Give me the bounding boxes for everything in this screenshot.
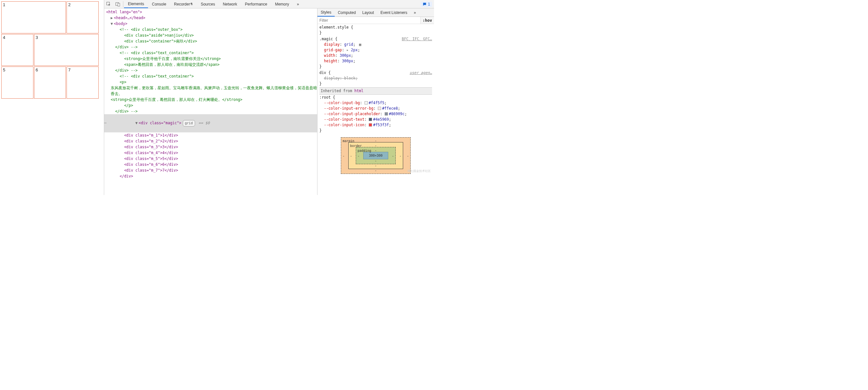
issues-badge[interactable]: 1 <box>421 2 432 7</box>
rule-selector: :root { <box>319 95 432 100</box>
rule-selector: .magic { <box>319 36 337 42</box>
side-tab-event-listeners[interactable]: Event Listeners <box>377 8 411 17</box>
css-declaration[interactable]: height: 300px; <box>319 58 432 64</box>
css-value: block <box>344 76 355 80</box>
grid-cell: 1 <box>1 1 66 33</box>
css-declaration[interactable]: --color-input-bg: #f4f5f5; <box>319 100 432 106</box>
dom-comment[interactable]: <!-- <div class="text_container"> <box>106 73 317 79</box>
devtools-panel: ElementsConsoleRecorder ⚗SourcesNetworkP… <box>104 0 434 195</box>
dom-node[interactable]: <body> <box>114 22 128 26</box>
hov-toggle[interactable]: :hov <box>421 17 434 24</box>
dom-comment: <span>蓦然回首，那人却在，南玖前端交流群</span> <box>106 62 317 67</box>
style-rule[interactable]: element.style { } <box>319 25 432 36</box>
rule-close: } <box>319 64 432 69</box>
rule-selector: div { <box>319 70 331 75</box>
css-declaration[interactable]: --color-input-icon: #f53f3f; <box>319 122 432 128</box>
dom-node[interactable]: <div class="m_5">5</div> <box>106 156 317 162</box>
dom-node[interactable]: <div class="m_6">6</div> <box>106 162 317 167</box>
style-rule[interactable]: :root { --color-input-bg: #f4f5f5;--colo… <box>319 95 432 133</box>
dom-node[interactable]: <div class="m_3">3</div> <box>106 144 317 150</box>
rule-selector: element.style { <box>319 25 432 30</box>
dom-comment: </div> --> <box>106 108 317 114</box>
dom-node[interactable]: <head>…</head> <box>114 15 146 20</box>
dom-comment: </div> --> <box>106 44 317 50</box>
side-tab-computed[interactable]: Computed <box>335 8 359 17</box>
devtools-toolbar: ElementsConsoleRecorder ⚗SourcesNetworkP… <box>104 0 434 8</box>
bm-label-padding: padding <box>358 148 371 154</box>
css-declaration[interactable]: display: grid; ▦ <box>319 42 432 47</box>
inspect-icon[interactable] <box>104 2 113 7</box>
grid-cell: 3 <box>34 34 99 66</box>
grid-cell: 4 <box>1 34 33 66</box>
dom-node[interactable]: <div class="m_2">2</div> <box>106 138 317 144</box>
collapse-icon[interactable]: ▼ <box>111 21 114 27</box>
chat-icon <box>423 2 427 6</box>
box-model[interactable]: margin - - - - border - - - - padding <box>319 134 432 175</box>
css-prop: display <box>324 76 340 80</box>
styles-rules[interactable]: element.style { } .magic { BFC、IFC、GFC… … <box>317 24 434 178</box>
css-declaration[interactable]: width: 300px; <box>319 53 432 58</box>
rule-source-link[interactable]: BFC、IFC、GFC… <box>402 36 432 42</box>
styles-filter-input[interactable] <box>317 17 421 24</box>
dom-node-selected[interactable]: ⋯ ▼<div class="magic">grid == $0 <box>104 114 317 132</box>
dom-comment[interactable]: <!-- <div class="text_container"> <box>106 50 317 56</box>
tab-overflow[interactable]: » <box>411 8 420 17</box>
dom-node[interactable]: </div> <box>120 174 133 178</box>
dom-tag: <div class="magic"> <box>138 121 182 125</box>
side-tab-layout[interactable]: Layout <box>359 8 377 17</box>
dom-comment[interactable]: <!-- <div class="outer_box"> <box>106 27 317 32</box>
dom-node[interactable]: <div class="m_4">4</div> <box>106 150 317 156</box>
css-declaration[interactable]: --color-input-text: #4e5969; <box>319 117 432 122</box>
tab-recorder[interactable]: Recorder ⚗ <box>170 0 197 8</box>
tab-performance[interactable]: Performance <box>241 0 271 8</box>
rule-close: } <box>319 81 432 87</box>
grid-cell: 7 <box>66 66 99 99</box>
grid-cell: 2 <box>66 1 99 33</box>
grid-cell: 6 <box>34 66 66 99</box>
style-rule[interactable]: .magic { BFC、IFC、GFC… display: grid; ▦gr… <box>319 36 432 69</box>
dom-node[interactable]: <div class="m_7">7</div> <box>106 167 317 173</box>
device-toggle-icon[interactable] <box>113 2 122 7</box>
dom-comment: </div> --> <box>106 67 317 73</box>
styles-filter-row: :hov <box>317 17 434 24</box>
tab-console[interactable]: Console <box>148 0 170 8</box>
tab-sources[interactable]: Sources <box>197 0 219 8</box>
separator <box>123 1 123 7</box>
expand-icon[interactable]: ▶ <box>111 15 114 21</box>
grid-badge[interactable]: grid <box>183 120 195 127</box>
css-declaration[interactable]: --color-input-placeholder: #86909c; <box>319 111 432 117</box>
tab-overflow[interactable]: » <box>293 0 303 8</box>
tab-network[interactable]: Network <box>219 0 241 8</box>
dom-comment: <strong>众里寻他千百度，蓦然回首，那人却在，灯火阑珊处。</strong… <box>106 97 317 102</box>
selected-indicator: == $0 <box>196 121 210 125</box>
issues-count: 1 <box>428 2 430 6</box>
side-tab-styles[interactable]: Styles <box>317 8 335 17</box>
grid-container: 1 2 4 3 5 6 7 <box>1 1 99 99</box>
dom-comment: </p> <box>106 102 317 108</box>
elements-dom-tree[interactable]: <html lang="en"> ▶<head>…</head> ▼<body>… <box>104 8 317 195</box>
dom-comment: <p> <box>106 79 317 85</box>
dom-node[interactable]: <div class="m_1">1</div> <box>106 132 317 138</box>
rule-source-ua: user agen… <box>410 70 432 75</box>
dom-comment: <strong>众里寻他千百度，南玖需要你关注</strong> <box>106 56 317 62</box>
grid-cell: 5 <box>1 66 33 99</box>
css-declaration[interactable]: --color-input-error-bg: #ffece8; <box>319 106 432 111</box>
rendered-page: 1 2 4 3 5 6 7 <box>0 0 104 195</box>
svg-rect-2 <box>118 3 120 6</box>
tab-elements[interactable]: Elements <box>124 0 148 8</box>
styles-tabs: StylesComputedLayoutEvent Listeners » <box>317 8 434 17</box>
overflow-icon[interactable]: ⋯ <box>104 120 106 126</box>
style-rule[interactable]: div { user agen… display: block; } <box>319 70 432 87</box>
dom-comment: <div class="aside">nanjiu</div> <box>106 32 317 38</box>
styles-sidebar: StylesComputedLayoutEvent Listeners » :h… <box>317 8 434 195</box>
rule-close: } <box>319 128 432 133</box>
grid-toggle-icon[interactable]: ▦ <box>359 42 361 47</box>
dom-comment: <div class="container">南玖</div> <box>106 38 317 44</box>
tab-memory[interactable]: Memory <box>271 0 293 8</box>
rule-close: } <box>319 30 432 36</box>
inherited-from-bar: Inherited from html <box>319 87 432 95</box>
dom-comment: 东风夜放花千树，更吹落，星如雨。宝马雕车香满路。凤箫声动，玉壶光转，一夜鱼龙舞。… <box>106 85 317 97</box>
css-declaration[interactable]: grid-gap: ▸ 2px; <box>319 47 432 53</box>
watermark: 稀土掘金技术社区 <box>407 168 431 174</box>
dom-node[interactable]: <html lang="en"> <box>106 10 142 14</box>
